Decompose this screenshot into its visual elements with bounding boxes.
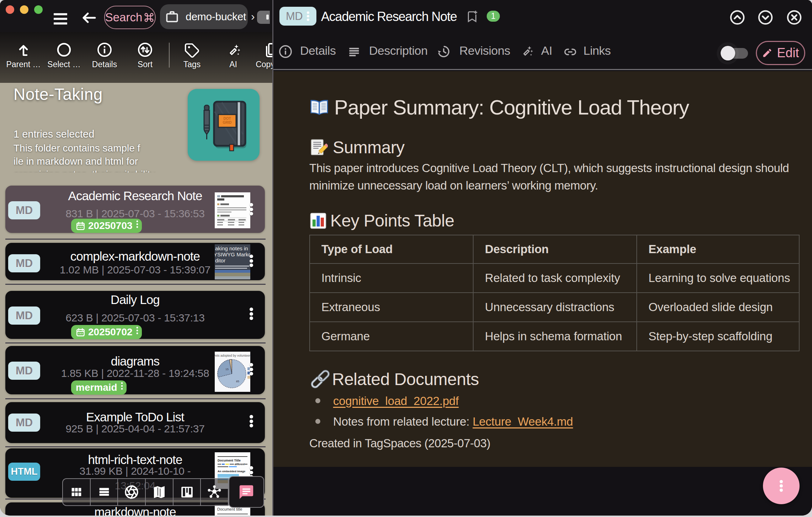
svg-text:ditor: ditor xyxy=(215,257,225,263)
svg-text:GRID: GRID xyxy=(223,121,232,124)
svg-text:Document Title: Document Title xyxy=(218,459,241,462)
svg-text:YSIWYG Markdown: YSIWYG Markdown xyxy=(215,251,250,257)
svg-text:15: 15 xyxy=(225,368,229,371)
svg-text:different: different xyxy=(235,463,245,465)
svg-text:85: 85 xyxy=(236,380,239,383)
svg-text:Pets adopted by volunteers: Pets adopted by volunteers xyxy=(215,354,250,357)
svg-text:DOT: DOT xyxy=(223,117,231,121)
svg-text:An embedded image: An embedded image xyxy=(218,470,246,473)
svg-text:aking notes in: aking notes in xyxy=(215,245,248,251)
